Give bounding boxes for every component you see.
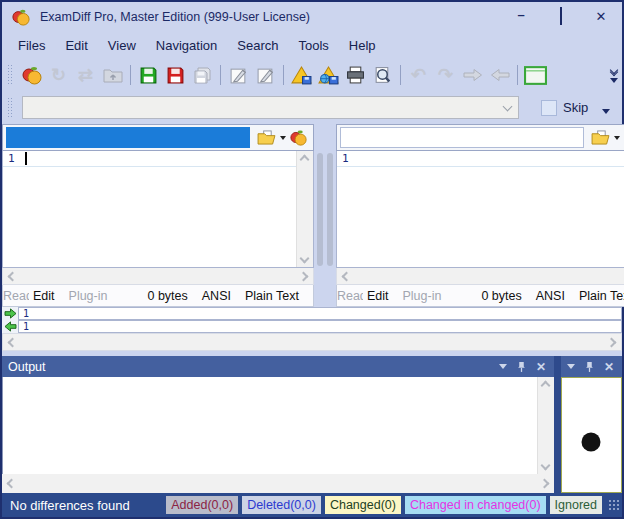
current-line-panel: 1 1 [2,307,622,351]
left-status-encoding[interactable]: ANSI [202,289,231,303]
menu-view[interactable]: View [98,34,146,57]
copy-to-left-icon[interactable] [2,320,18,333]
changed-count-badge[interactable]: Changed(0) [325,496,401,514]
ignored-badge[interactable]: Ignored [550,496,602,514]
deleted-count-badge[interactable]: Deleted(0,0) [242,496,321,514]
recompare-icon[interactable]: ↻ [45,63,72,87]
copy-to-right-icon[interactable] [2,307,18,320]
scroll-left-icon[interactable] [7,479,17,489]
left-horizontal-scrollbar[interactable] [2,268,314,285]
compare-button[interactable] [18,63,45,87]
left-status-syntax[interactable]: Plain Text [245,289,299,303]
toolbar-overflow-chevron[interactable] [611,67,617,75]
save-all-icon[interactable] [189,63,216,87]
scroll-left-icon[interactable] [8,337,18,347]
save-differences-button[interactable] [288,63,315,87]
close-button[interactable]: ✕ [594,9,608,24]
menu-navigation[interactable]: Navigation [146,34,227,57]
diff-overview-bars[interactable] [314,151,336,268]
scroll-right-icon[interactable] [298,271,308,281]
right-editor[interactable]: 1 [337,151,624,267]
diff-options-combobox[interactable] [22,96,519,119]
edit-second-file-icon[interactable] [252,63,279,87]
resize-grip[interactable] [608,499,620,511]
scroll-up-icon[interactable] [300,155,310,165]
right-status-syntax[interactable]: Plain Text [579,289,624,303]
left-current-line[interactable]: 1 [18,307,622,320]
print-preview-button[interactable] [369,63,396,87]
scroll-right-icon[interactable] [539,479,549,489]
output-horizontal-scrollbar[interactable] [2,474,554,493]
map-menu-dropdown-icon[interactable] [567,364,575,369]
left-browse-button[interactable] [257,130,286,145]
menu-help[interactable]: Help [339,34,386,57]
maximize-button[interactable] [554,9,568,24]
menu-tools[interactable]: Tools [288,34,338,57]
left-path-field[interactable] [6,127,250,148]
right-browse-dropdown-icon[interactable] [614,136,620,140]
scroll-right-icon[interactable] [607,337,617,347]
changed-in-changed-count-badge[interactable]: Changed in changed(0) [405,496,546,514]
left-status-edit[interactable]: Edit [33,289,55,303]
spherical-map-panel: ✕ [561,356,622,493]
next-difference-icon[interactable] [459,63,486,87]
left-pane: 1 Read Edit Plug-in 0 bytes ANSI [2,124,314,307]
edit-first-file-icon[interactable] [225,63,252,87]
output-content[interactable] [3,377,537,474]
left-browse-dropdown-icon[interactable] [280,136,286,140]
status-bar: No differences found Added(0,0) Deleted(… [2,493,622,517]
added-count-badge[interactable]: Added(0,0) [166,496,238,514]
right-status-encoding[interactable]: ANSI [536,289,565,303]
map-close-icon[interactable]: ✕ [604,361,614,373]
left-vertical-scrollbar[interactable] [296,151,313,267]
output-pin-icon[interactable] [517,361,526,373]
left-pane-statusbar: Read Edit Plug-in 0 bytes ANSI Plain Tex… [2,285,314,307]
open-folder-icon[interactable] [99,63,126,87]
skip-checkbox[interactable] [541,100,557,116]
output-vertical-scrollbar[interactable] [537,377,554,474]
previous-difference-icon[interactable] [486,63,513,87]
diff-sphere-dot [582,432,601,451]
save-differences-html-button[interactable] [315,63,342,87]
left-status-plugin[interactable]: Plug-in [69,289,108,303]
menu-search[interactable]: Search [227,34,288,57]
minimize-button[interactable]: – [514,10,528,24]
swap-panes-icon[interactable]: ⇄ [72,63,99,87]
left-editor[interactable]: 1 [3,151,296,267]
scroll-down-icon[interactable] [300,254,310,264]
menu-edit[interactable]: Edit [55,34,97,57]
skip-dropdown-icon[interactable] [602,109,610,114]
scroll-left-icon[interactable] [8,271,18,281]
right-horizontal-scrollbar[interactable] [336,268,624,285]
right-path-field[interactable] [340,127,584,148]
right-status-plugin[interactable]: Plug-in [402,289,441,303]
map-pin-icon[interactable] [585,361,594,373]
scroll-down-icon[interactable] [541,461,551,471]
right-browse-button[interactable] [591,130,620,145]
toolbar-options-dropdown[interactable] [610,78,618,83]
spherical-map-view[interactable] [561,377,622,493]
undo-icon[interactable]: ↶ [405,63,432,87]
scroll-up-icon[interactable] [541,381,551,391]
save-second-button[interactable] [162,63,189,87]
redo-icon[interactable]: ↷ [432,63,459,87]
save-first-button[interactable] [135,63,162,87]
right-pane: 1 Read Edit Plug-in 0 bytes ANSI Plain T… [336,124,624,307]
right-status-readonly[interactable]: Read [337,289,363,303]
right-status-edit[interactable]: Edit [367,289,389,303]
combobox-chevron-icon[interactable] [496,106,518,110]
print-button[interactable] [342,63,369,87]
right-current-line[interactable]: 1 [18,320,622,333]
output-close-icon[interactable]: ✕ [536,361,546,373]
toolbar2-drag-handle[interactable] [7,97,13,119]
left-status-readonly[interactable]: Read [3,289,29,303]
output-panel-header: Output ✕ [2,356,554,377]
scroll-left-icon[interactable] [341,271,351,281]
left-compare-icon[interactable] [290,129,307,146]
output-menu-dropdown-icon[interactable] [499,364,507,369]
panes-view-button[interactable] [522,63,549,87]
toolbar-drag-handle[interactable] [7,64,13,86]
panel-splitter[interactable] [554,356,561,493]
merge-horizontal-scrollbar[interactable] [2,333,622,351]
menu-files[interactable]: Files [8,34,55,57]
